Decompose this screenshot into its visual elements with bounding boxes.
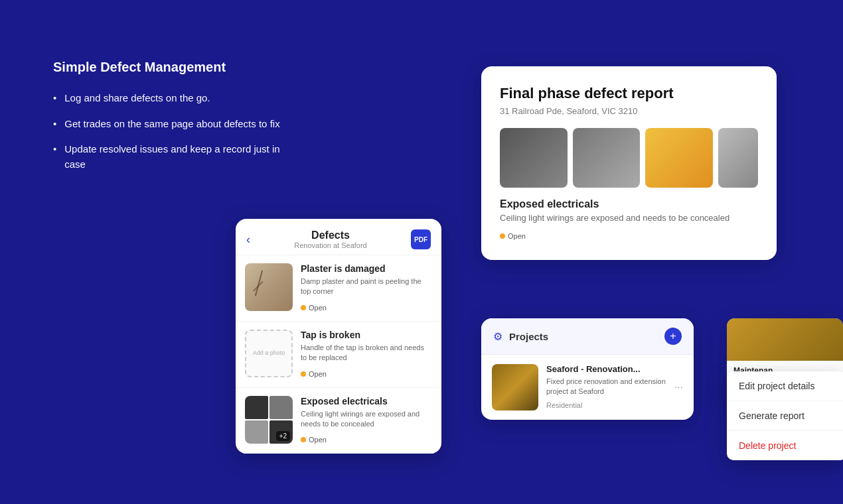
projects-header: ⚙ Projects + [481, 318, 694, 355]
defect-item-electrical[interactable]: +2 Exposed electricals Ceiling light wir… [236, 388, 441, 454]
project-desc: Fixed price renovation and extension pro… [546, 377, 666, 397]
report-images [500, 128, 758, 188]
thumb-cell-1 [245, 396, 268, 419]
defect-thumb-electrical: +2 [245, 396, 293, 444]
defect-info-electrical: Exposed electricals Ceiling light wiring… [301, 396, 432, 446]
project-more-button[interactable]: ··· [674, 381, 683, 393]
status-badge-electrical: Open [301, 436, 327, 444]
header-subtitle: Renovation at Seaford [294, 241, 366, 249]
project-info: Seaford - Renovation... Fixed price reno… [546, 364, 666, 409]
project-tag: Residential [546, 401, 666, 409]
status-label-electrical: Open [309, 436, 327, 444]
report-defect-title: Exposed electricals [500, 198, 758, 210]
report-status-label: Open [508, 232, 526, 240]
context-menu: Edit project details Generate report Del… [727, 371, 843, 460]
status-label: Open [309, 304, 327, 312]
extra-count-badge: +2 [276, 431, 290, 441]
defect-thumb-tap: Add a photo [245, 330, 293, 377]
defect-info-plaster: Plaster is damaged Damp plaster and pain… [301, 263, 432, 313]
feature-item-3: Update resolved issues and keep a record… [53, 142, 292, 172]
defect-info-tap: Tap is broken Handle of the tap is broke… [301, 330, 432, 379]
defect-item-plaster[interactable]: Plaster is damaged Damp plaster and pain… [236, 255, 441, 322]
status-dot [301, 305, 306, 310]
context-menu-delete[interactable]: Delete project [727, 431, 843, 460]
gear-icon[interactable]: ⚙ [493, 330, 502, 343]
report-defect-desc: Ceiling light wirings are exposed and ne… [500, 213, 758, 223]
feature-list: Log and share defects on the go. Get tra… [53, 91, 292, 172]
projects-card: ⚙ Projects + Seaford - Renovation... Fix… [481, 318, 694, 420]
report-status-dot [500, 233, 505, 239]
status-badge-tap: Open [301, 370, 327, 378]
status-dot-tap [301, 371, 306, 377]
status-label-tap: Open [309, 370, 327, 378]
defect-item-tap[interactable]: Add a photo Tap is broken Handle of the … [236, 322, 441, 388]
defect-desc-electrical: Ceiling light wirings are exposed and ne… [301, 409, 432, 430]
defect-desc-tap: Handle of the tap is broken and needs to… [301, 343, 432, 363]
thumb-cell-2 [269, 396, 293, 419]
add-project-button[interactable]: + [664, 328, 682, 345]
context-menu-edit[interactable]: Edit project details [727, 371, 843, 401]
project-item[interactable]: Seaford - Renovation... Fixed price reno… [481, 355, 694, 420]
status-badge-plaster: Open [301, 304, 327, 312]
project-thumbnail [492, 364, 538, 410]
defect-name-electrical: Exposed electricals [301, 396, 432, 407]
left-section: Simple Defect Management Log and share d… [53, 60, 292, 182]
mobile-header: ‹ Defects Renovation at Seaford PDF [236, 219, 441, 255]
feature-item-2: Get trades on the same page about defect… [53, 117, 292, 132]
projects-title: Projects [509, 331, 548, 342]
status-dot-electrical [301, 437, 306, 442]
defect-name-tap: Tap is broken [301, 330, 432, 340]
page-heading: Simple Defect Management [53, 60, 292, 75]
report-card: Final phase defect report 31 Railroad Pd… [481, 66, 777, 260]
report-address: 31 Railroad Pde, Seaford, VIC 3210 [500, 106, 758, 116]
defect-thumb-plaster [245, 263, 293, 311]
defect-desc-plaster: Damp plaster and paint is peeling the to… [301, 277, 432, 297]
report-image-2 [573, 128, 641, 188]
header-title: Defects [294, 229, 366, 241]
feature-item-1: Log and share defects on the go. [53, 91, 292, 106]
back-button[interactable]: ‹ [246, 233, 250, 247]
report-image-1 [500, 128, 568, 188]
add-photo-label: Add a photo [253, 349, 285, 357]
context-menu-generate[interactable]: Generate report [727, 401, 843, 431]
project-name: Seaford - Renovation... [546, 364, 666, 374]
report-status-badge: Open [500, 232, 526, 240]
pdf-button[interactable]: PDF [411, 229, 431, 249]
thumb-cell-3 [245, 420, 268, 444]
mobile-defects-card: ‹ Defects Renovation at Seaford PDF Plas… [236, 219, 441, 454]
projects-header-left: ⚙ Projects [493, 330, 548, 343]
header-title-area: Defects Renovation at Seaford [294, 229, 366, 249]
report-title: Final phase defect report [500, 85, 758, 102]
report-image-3 [645, 128, 713, 188]
report-image-4 [718, 128, 758, 188]
defect-name-plaster: Plaster is damaged [301, 263, 432, 274]
maintenance-thumbnail [727, 318, 843, 361]
